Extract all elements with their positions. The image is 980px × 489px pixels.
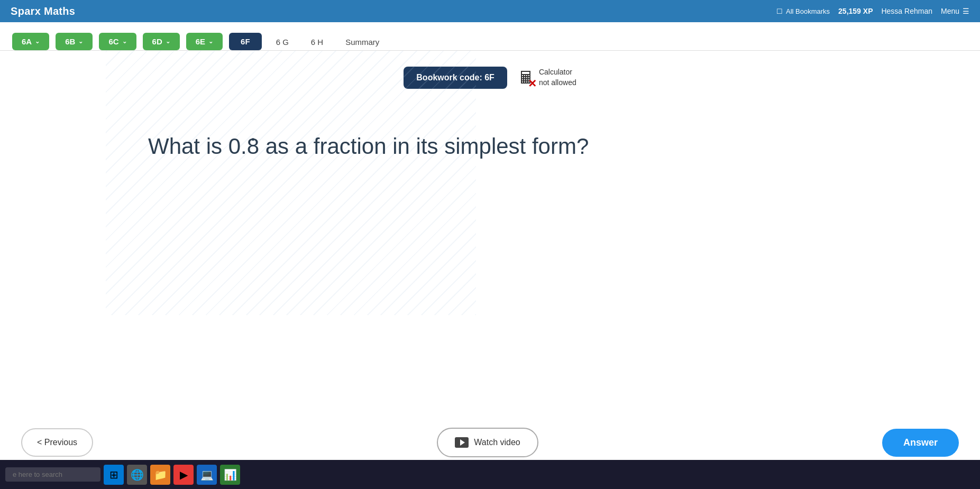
question-text-before: What is 0. [148,134,247,159]
taskbar-icon-3[interactable]: ▶ [173,465,194,485]
x-icon: ✕ [528,78,537,89]
chevron-down-icon: ⌄ [78,38,83,45]
calculator-line1: Calculator [539,67,576,78]
top-right-area: ☐ All Bookmarks 25,159 XP Hessa Rehman M… [776,7,969,15]
answer-button[interactable]: Answer [882,429,959,457]
tab-6B[interactable]: 6B ⌄ [56,33,93,50]
watch-video-button[interactable]: Watch video [437,428,538,457]
user-name: Hessa Rehman [881,7,932,15]
calculator-line2: not allowed [539,78,576,88]
bookwork-area: Bookwork code: 6F 🖩 ✕ Calculator not all… [0,51,980,99]
top-bar: Sparx Maths ☐ All Bookmarks 25,159 XP He… [0,0,980,22]
tab-6H[interactable]: 6 H [301,33,333,51]
bookmark-icon: ☐ [776,7,783,15]
menu-label: Menu [941,7,959,15]
previous-button[interactable]: < Previous [21,428,93,457]
taskbar-search-input[interactable] [5,467,100,482]
taskbar-icon-4[interactable]: 💻 [197,465,217,485]
nav-tabs: 6A ⌄ 6B ⌄ 6C ⌄ 6D ⌄ 6E ⌄ 6F 6 G 6 H Summ… [0,27,980,50]
taskbar: ⊞ 🌐 📁 ▶ 💻 📊 [0,460,980,489]
answer-label: Answer [903,437,938,448]
calculator-notice: 🖩 ✕ Calculator not allowed [518,67,576,88]
bottom-nav: < Previous Watch video Answer [0,428,980,457]
main-content: Bookwork code: 6F 🖩 ✕ Calculator not all… [0,51,980,484]
recurring-digit: 8 [247,131,259,162]
chevron-down-icon: ⌄ [208,38,213,45]
calculator-text: Calculator not allowed [539,67,576,88]
play-triangle-icon [460,439,465,446]
question-text: What is 0.8 as a fraction in its simples… [148,131,874,162]
chevron-down-icon: ⌄ [35,38,40,45]
tab-summary[interactable]: Summary [336,33,389,51]
tab-6F[interactable]: 6F [229,33,262,50]
bookmark-label: All Bookmarks [786,7,830,15]
question-text-after: as a fraction in its simplest form? [259,134,589,159]
tab-6C[interactable]: 6C ⌄ [99,33,136,50]
chevron-down-icon: ⌄ [166,38,170,45]
menu-button[interactable]: Menu ☰ [941,7,969,15]
app-title: Sparx Maths [11,5,75,17]
xp-display: 25,159 XP [838,7,873,15]
taskbar-icon-5[interactable]: 📊 [220,465,240,485]
calculator-icon: 🖩 ✕ [518,68,535,88]
question-area: What is 0.8 as a fraction in its simples… [0,99,980,194]
watch-video-label: Watch video [474,438,520,447]
bookmark-button[interactable]: ☐ All Bookmarks [776,7,830,15]
bookwork-badge: Bookwork code: 6F [404,67,507,89]
tab-6G[interactable]: 6 G [267,33,298,51]
tab-6A[interactable]: 6A ⌄ [12,33,49,50]
video-play-icon [455,437,469,448]
hamburger-icon: ☰ [963,7,969,15]
chevron-down-icon: ⌄ [122,38,127,45]
taskbar-icon-1[interactable]: 🌐 [127,465,147,485]
taskbar-icon-2[interactable]: 📁 [150,465,170,485]
tab-6D[interactable]: 6D ⌄ [143,33,180,50]
tab-6E[interactable]: 6E ⌄ [186,33,223,50]
taskbar-windows-icon[interactable]: ⊞ [104,465,124,485]
previous-label: < Previous [37,438,77,447]
